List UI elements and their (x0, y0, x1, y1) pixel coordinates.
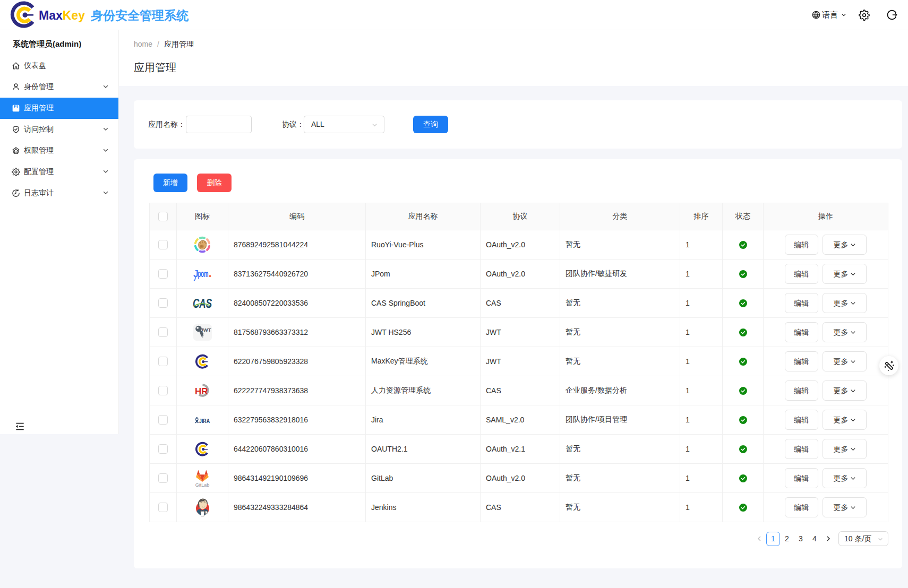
svg-text:GitLab: GitLab (195, 482, 210, 487)
svg-text:CAS: CAS (193, 297, 212, 310)
svg-text:HR: HR (195, 386, 208, 396)
svg-text:pom: pom (198, 269, 209, 279)
svg-text:JIRA: JIRA (199, 418, 210, 424)
svg-text:JWT: JWT (200, 326, 211, 332)
